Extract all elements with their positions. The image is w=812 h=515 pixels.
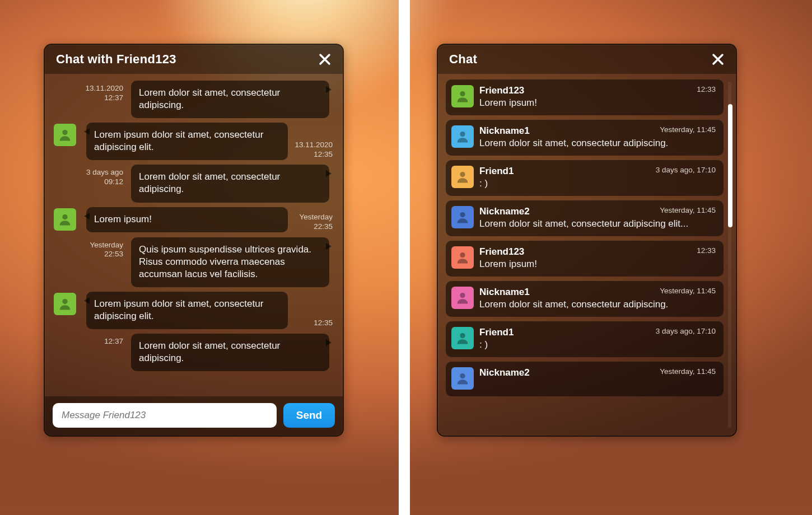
person-icon <box>57 127 73 143</box>
message-text: Lorem dolor sit amet, consectetur adipis… <box>139 171 280 194</box>
svg-point-1 <box>62 214 67 219</box>
avatar <box>54 124 76 146</box>
entry-preview: : ) <box>479 178 716 189</box>
message-outgoing: Lorem dolor sit amet, consectetur adipis… <box>53 334 335 371</box>
entry-timestamp: 3 days ago, 17:10 <box>656 327 716 335</box>
svg-point-6 <box>460 212 465 217</box>
close-icon <box>711 53 725 66</box>
entry-preview: Lorem dolor sit amet, consectetur adipis… <box>479 299 716 310</box>
message-timestamp: 12:37 <box>56 337 123 347</box>
message-bubble: Lorem dolor sit amet, consectetur adipis… <box>131 81 329 118</box>
message-text: Lorem dolor sit amet, consectetur adipis… <box>139 340 280 363</box>
message-bubble: Lorem dolor sit amet, consectetur adipis… <box>131 334 329 371</box>
message-incoming: Lorem ipsum! Yesterday 22:35 <box>53 207 335 233</box>
chat-panel-dm: Chat with Friend123 Lorem dolor sit amet… <box>44 44 344 437</box>
message-bubble: Lorem ipsum dolor sit amet, consectetur … <box>86 292 288 329</box>
conversation-entry[interactable]: Nickname1Lorem dolor sit amet, consectet… <box>446 120 724 156</box>
message-timestamp: Yesterday 22:53 <box>56 241 123 260</box>
person-icon <box>455 129 470 144</box>
avatar <box>54 293 76 315</box>
avatar <box>451 367 474 390</box>
message-incoming: Lorem ipsum dolor sit amet, consectetur … <box>53 123 335 160</box>
conversation-entry[interactable]: Nickname1Lorem dolor sit amet, consectet… <box>446 281 724 317</box>
person-icon <box>455 371 470 386</box>
svg-point-5 <box>460 172 465 177</box>
entry-timestamp: 12:33 <box>697 246 716 255</box>
message-text: Lorem ipsum dolor sit amet, consectetur … <box>94 298 263 321</box>
panel-title: Chat <box>449 52 477 67</box>
entry-preview: Lorem dolor sit amet, consectetur adipis… <box>479 218 716 230</box>
panel-title: Chat with Friend123 <box>56 52 176 67</box>
entry-timestamp: Yesterday, 11:45 <box>660 367 716 376</box>
entry-preview: Lorem ipsum! <box>479 97 716 109</box>
conversation-entry[interactable]: Friend1: )3 days ago, 17:10 <box>446 160 724 196</box>
message-bubble: Lorem dolor sit amet, consectetur adipis… <box>131 165 329 202</box>
entry-timestamp: Yesterday, 11:45 <box>660 206 716 214</box>
avatar <box>451 327 474 349</box>
svg-point-10 <box>460 373 465 378</box>
entry-preview: Lorem ipsum! <box>479 259 716 270</box>
scrollbar-thumb[interactable] <box>728 104 732 227</box>
input-bar: Send <box>45 396 343 436</box>
close-icon <box>318 53 332 66</box>
avatar <box>451 85 474 107</box>
message-outgoing: Lorem dolor sit amet, consectetur adipis… <box>53 165 335 202</box>
message-timestamp: Yesterday 22:35 <box>282 213 333 232</box>
message-timestamp: 13.11.2020 12:35 <box>282 141 333 160</box>
entry-timestamp: Yesterday, 11:45 <box>660 125 716 134</box>
close-button[interactable] <box>710 52 726 67</box>
message-input[interactable] <box>53 403 277 428</box>
svg-point-3 <box>460 91 465 96</box>
conversation-entry[interactable]: Friend123Lorem ipsum!12:33 <box>446 241 724 277</box>
avatar <box>451 287 474 309</box>
entry-preview: Lorem dolor sit amet, consectetur adipis… <box>479 138 716 149</box>
message-bubble: Lorem ipsum! <box>86 207 288 232</box>
svg-point-9 <box>460 333 465 338</box>
message-outgoing: Lorem dolor sit amet, consectetur adipis… <box>53 81 335 118</box>
entry-timestamp: 3 days ago, 17:10 <box>656 166 716 174</box>
svg-point-7 <box>460 252 465 258</box>
entry-preview: : ) <box>479 339 716 350</box>
message-timestamp: 12:35 <box>282 319 333 328</box>
person-icon <box>455 330 470 346</box>
message-outgoing: Quis ipsum suspendisse ultrices gravida.… <box>53 237 335 287</box>
svg-point-2 <box>62 299 67 304</box>
message-incoming: Lorem ipsum dolor sit amet, consectetur … <box>53 292 335 329</box>
message-timestamp: 3 days ago 09:12 <box>56 168 123 187</box>
entry-name: Friend123 <box>479 85 716 96</box>
person-icon <box>455 290 470 306</box>
person-icon <box>57 212 73 227</box>
svg-point-4 <box>460 132 465 137</box>
message-text: Lorem dolor sit amet, consectetur adipis… <box>139 87 280 110</box>
entry-name: Friend123 <box>479 246 716 258</box>
message-bubble: Quis ipsum suspendisse ultrices gravida.… <box>131 237 329 287</box>
panel-header: Chat <box>438 45 736 74</box>
conversation-list[interactable]: Friend123Lorem ipsum!12:33 Nickname1Lore… <box>438 74 736 436</box>
avatar <box>451 246 474 269</box>
entry-timestamp: Yesterday, 11:45 <box>660 287 716 295</box>
close-button[interactable] <box>317 52 333 67</box>
message-text: Lorem ipsum dolor sit amet, consectetur … <box>94 129 263 152</box>
entry-timestamp: 12:33 <box>697 85 716 93</box>
avatar <box>451 166 474 188</box>
conversation-entry[interactable]: Friend123Lorem ipsum!12:33 <box>446 79 724 115</box>
conversation-entry[interactable]: Nickname2Lorem dolor sit amet, consectet… <box>446 200 724 236</box>
send-button[interactable]: Send <box>283 403 335 428</box>
person-icon <box>57 296 73 312</box>
avatar <box>451 206 474 228</box>
svg-point-0 <box>62 130 67 135</box>
avatar <box>54 208 76 231</box>
person-icon <box>455 169 470 185</box>
conversation-area[interactable]: Lorem dolor sit amet, consectetur adipis… <box>45 74 343 396</box>
conversation-entry[interactable]: Nickname2Yesterday, 11:45 <box>446 362 724 396</box>
message-text: Lorem ipsum! <box>94 214 152 224</box>
message-text: Quis ipsum suspendisse ultrices gravida.… <box>139 244 311 279</box>
panel-header: Chat with Friend123 <box>45 45 343 74</box>
person-icon <box>455 88 470 104</box>
image-divider <box>399 0 410 515</box>
svg-point-8 <box>460 293 465 298</box>
person-icon <box>455 250 470 265</box>
message-bubble: Lorem ipsum dolor sit amet, consectetur … <box>86 123 288 160</box>
conversation-entry[interactable]: Friend1: )3 days ago, 17:10 <box>446 321 724 357</box>
chat-panel-list: Chat Friend123Lorem ipsum!12:33 Nickname… <box>437 44 737 437</box>
